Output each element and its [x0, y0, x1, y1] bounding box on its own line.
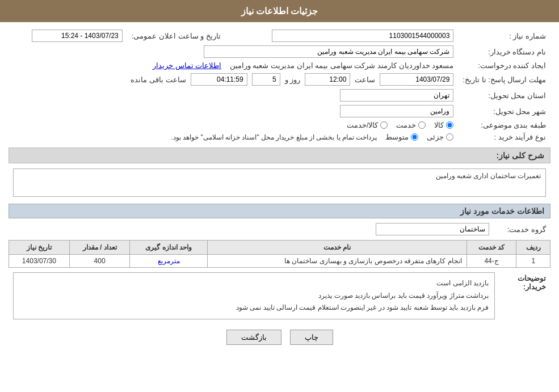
services-data-table: ردیف کد خدمت نام خدمت واحد اندازه گیری ت… — [9, 240, 550, 268]
deadline-inline: ساعت روز و ساعت باقی مانده — [13, 73, 453, 86]
creator-cell: مسعود خداوردیان کارمند شرکت سهامی بیمه ا… — [9, 60, 458, 71]
creator-label: ایجاد کننده درخواست: — [458, 60, 550, 71]
purchase-type-radio-group: جزئی متوسط پرداخت تمام یا بخشی از مبلغ خ… — [13, 133, 453, 141]
purchase-type-label: نوع فرآیند خرید : — [458, 131, 550, 143]
cell-code: ج-44 — [466, 255, 516, 268]
deadline-remain-input[interactable] — [191, 73, 247, 86]
services-header-row: ردیف کد خدمت نام خدمت واحد اندازه گیری ت… — [9, 241, 550, 255]
category-khadamat-label: خدمت — [396, 121, 416, 129]
province-label: استان محل تحویل: — [458, 87, 550, 103]
buyer-notes-row: توضیحات خریدار: بازدید الزامی است برداشت… — [9, 271, 550, 321]
services-section-title: اطلاعات خدمات مورد نیاز — [9, 204, 550, 218]
deadline-date-input[interactable] — [380, 73, 453, 86]
category-kala-radio[interactable] — [446, 121, 453, 129]
service-group-cell — [9, 221, 494, 237]
purchase-type-cell: جزئی متوسط پرداخت تمام یا بخشی از مبلغ خ… — [9, 131, 458, 143]
deadline-time-label: ساعت — [355, 75, 375, 84]
description-row: تعمیرات ساختمان اداری شعبه ورامین — [9, 166, 550, 199]
creator-text: مسعود خداوردیان کارمند شرکت سهامی بیمه ا… — [230, 61, 454, 70]
need-number-row: شماره نیاز : تاریخ و ساعت اعلان عمومی: — [9, 28, 550, 44]
need-number-input[interactable] — [272, 29, 453, 42]
category-kala-khadamat-radio[interactable] — [380, 121, 388, 129]
deadline-time-input[interactable] — [305, 73, 350, 86]
need-number-label: شماره نیاز : — [458, 28, 550, 44]
purchase-type-motavaset-radio[interactable] — [411, 133, 418, 141]
description-cell: تعمیرات ساختمان اداری شعبه ورامین — [9, 166, 550, 199]
service-group-table: گروه خدمت: — [9, 221, 550, 237]
deadline-days-label: روز و — [285, 75, 301, 84]
cell-qty: 400 — [69, 255, 130, 268]
cell-date: 1403/07/30 — [9, 255, 70, 268]
city-label: شهر محل تحویل: — [458, 103, 550, 119]
announce-date-input[interactable] — [32, 29, 123, 42]
services-label: اطلاعات خدمات مورد نیاز — [460, 206, 544, 216]
category-cell: کالا خدمت کالا/خدمت — [9, 119, 458, 131]
buyer-notes-table: توضیحات خریدار: بازدید الزامی است برداشت… — [9, 271, 550, 321]
page-header: جزئیات اطلاعات نیاز — [0, 0, 559, 22]
buyer-note-line-1: بازدید الزامی است — [19, 277, 489, 290]
category-kala-khadamat-label: کالا/خدمت — [347, 121, 379, 129]
description-table: تعمیرات ساختمان اداری شعبه ورامین — [9, 166, 550, 199]
buyer-notes-box: بازدید الزامی است برداشت متراژ ویرآورد ق… — [13, 272, 495, 319]
category-row: طبقه بندی موضوعی: کالا خدمت — [9, 119, 550, 131]
col-qty: تعداد / مقدار — [69, 241, 130, 255]
city-input[interactable] — [340, 105, 453, 117]
purchase-type-note: پرداخت تمام یا بخشی از مبلغ خریدار محل "… — [171, 133, 377, 141]
province-cell — [9, 87, 458, 103]
purchase-type-motavaset[interactable]: متوسط — [385, 133, 418, 141]
cell-row: 1 — [516, 255, 550, 268]
category-khadamat-radio[interactable] — [418, 121, 426, 129]
buyer-org-input[interactable] — [204, 45, 453, 58]
table-row: 1 ج-44 انجام کارهای متفرقه درخصوص بازساز… — [9, 255, 550, 268]
category-option-kala-khadamat[interactable]: کالا/خدمت — [347, 121, 388, 129]
need-number-cell — [232, 28, 459, 44]
creator-contact-link[interactable]: اطلاعات تماس خریدار — [153, 61, 221, 70]
category-kala-label: کالا — [434, 121, 444, 129]
content-area: شماره نیاز : تاریخ و ساعت اعلان عمومی: ن… — [0, 22, 559, 356]
service-group-input[interactable] — [376, 223, 489, 235]
print-button[interactable]: چاپ — [290, 330, 333, 345]
city-row: شهر محل تحویل: — [9, 103, 550, 119]
basic-info-table: شماره نیاز : تاریخ و ساعت اعلان عمومی: ن… — [9, 28, 550, 143]
province-input[interactable] — [340, 89, 453, 102]
back-button[interactable]: بازگشت — [226, 330, 281, 345]
category-label: طبقه بندی موضوعی: — [458, 119, 550, 131]
description-label: شرح کلی نیاز: — [497, 151, 544, 160]
purchase-type-jozyi-radio[interactable] — [446, 133, 453, 141]
announce-date-cell — [9, 28, 127, 44]
buyer-note-line-3: فرم بازدید باید توسط شعبه تایید شود در غ… — [19, 302, 489, 314]
buyer-org-label: نام دستگاه خریدار: — [458, 44, 550, 60]
announce-date-label: تاریخ و ساعت اعلان عمومی: — [127, 28, 232, 44]
purchase-type-row: نوع فرآیند خرید : جزئی متوسط پرداخت تمام… — [9, 131, 550, 143]
province-row: استان محل تحویل: — [9, 87, 550, 103]
description-text: تعمیرات ساختمان اداری شعبه ورامین — [436, 172, 541, 180]
deadline-label: مهلت ارسال پاسخ: تا تاریخ: — [458, 71, 550, 87]
deadline-days-input[interactable] — [252, 73, 280, 86]
deadline-row: مهلت ارسال پاسخ: تا تاریخ: ساعت روز و سا… — [9, 71, 550, 87]
category-radio-group: کالا خدمت کالا/خدمت — [13, 121, 453, 129]
buyer-notes-label: توضیحات خریدار: — [499, 271, 550, 321]
description-section-title: شرح کلی نیاز: — [9, 147, 550, 163]
buyer-notes-content-cell: بازدید الزامی است برداشت متراژ ویرآورد ق… — [9, 271, 499, 321]
description-box: تعمیرات ساختمان اداری شعبه ورامین — [13, 168, 546, 197]
buyer-note-line-2: برداشت متراژ ویرآورد قیمت باید براساس با… — [19, 290, 489, 302]
services-table-body: 1 ج-44 انجام کارهای متفرقه درخصوص بازساز… — [9, 255, 550, 268]
category-option-khadamat[interactable]: خدمت — [396, 121, 426, 129]
cell-name: انجام کارهای متفرقه درخصوص بازسازی و بهس… — [208, 255, 467, 268]
purchase-type-jozyi[interactable]: جزئی — [427, 133, 453, 141]
page-title: جزئیات اطلاعات نیاز — [241, 6, 318, 16]
services-table-header: ردیف کد خدمت نام خدمت واحد اندازه گیری ت… — [9, 241, 550, 255]
col-code: کد خدمت — [466, 241, 516, 255]
deadline-cell: ساعت روز و ساعت باقی مانده — [9, 71, 458, 87]
col-row: ردیف — [516, 241, 550, 255]
button-row: چاپ بازگشت — [9, 330, 550, 345]
service-group-row: گروه خدمت: — [9, 221, 550, 237]
city-cell — [9, 103, 458, 119]
service-group-label: گروه خدمت: — [494, 221, 550, 237]
buyer-org-row: نام دستگاه خریدار: — [9, 44, 550, 60]
purchase-type-jozyi-label: جزئی — [427, 133, 444, 141]
col-name: نام خدمت — [208, 241, 467, 255]
col-date: تاریخ نیاز — [9, 241, 70, 255]
category-option-kala[interactable]: کالا — [434, 121, 453, 129]
deadline-remain-label: ساعت باقی مانده — [131, 75, 186, 84]
